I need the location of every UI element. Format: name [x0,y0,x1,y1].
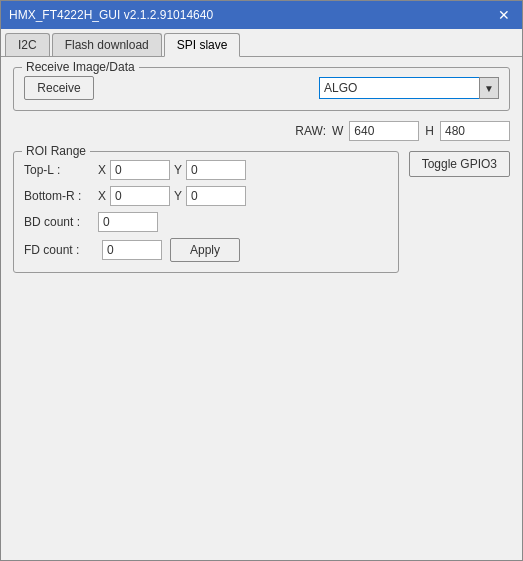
apply-button[interactable]: Apply [170,238,240,262]
receive-button[interactable]: Receive [24,76,94,100]
tab-spi[interactable]: SPI slave [164,33,241,57]
bottom-r-row: Bottom-R : X Y [24,186,388,206]
bottom-r-x-label: X [98,189,106,203]
fd-count-label: FD count : [24,243,94,257]
bottom-r-y-input[interactable] [186,186,246,206]
roi-toggle-row: ROI Range Top-L : X Y Bottom-R : X Y [13,151,510,273]
top-l-y-label: Y [174,163,182,177]
raw-w-label: W [332,124,343,138]
raw-w-input[interactable] [349,121,419,141]
bd-count-input[interactable] [98,212,158,232]
bottom-r-x-input[interactable] [110,186,170,206]
receive-group: Receive Image/Data Receive ALGO ▼ [13,67,510,111]
bottom-r-y-label: Y [174,189,182,203]
fd-count-input[interactable] [102,240,162,260]
bottom-spacer [13,283,510,550]
bottom-r-label: Bottom-R : [24,189,94,203]
receive-row: Receive ALGO ▼ [24,76,499,100]
raw-label: RAW: [295,124,326,138]
content-area: Receive Image/Data Receive ALGO ▼ RAW: W… [1,57,522,560]
raw-row: RAW: W H [13,121,510,141]
roi-group: ROI Range Top-L : X Y Bottom-R : X Y [13,151,399,273]
fd-apply-row: FD count : Apply [24,238,388,262]
top-l-row: Top-L : X Y [24,160,388,180]
toggle-gpio3-area: Toggle GPIO3 [409,151,510,177]
top-l-y-input[interactable] [186,160,246,180]
algo-dropdown[interactable]: ALGO [319,77,499,99]
bd-count-label: BD count : [24,215,94,229]
title-bar: HMX_FT4222H_GUI v2.1.2.91014640 ✕ [1,1,522,29]
algo-dropdown-wrapper: ALGO ▼ [319,77,499,99]
main-window: HMX_FT4222H_GUI v2.1.2.91014640 ✕ I2C Fl… [0,0,523,561]
top-l-x-input[interactable] [110,160,170,180]
tab-flash[interactable]: Flash download [52,33,162,56]
close-button[interactable]: ✕ [494,8,514,22]
receive-group-title: Receive Image/Data [22,60,139,74]
window-title: HMX_FT4222H_GUI v2.1.2.91014640 [9,8,213,22]
top-l-x-label: X [98,163,106,177]
raw-h-input[interactable] [440,121,510,141]
toggle-gpio3-button[interactable]: Toggle GPIO3 [409,151,510,177]
roi-group-title: ROI Range [22,144,90,158]
tab-bar: I2C Flash download SPI slave [1,29,522,57]
bd-count-row: BD count : [24,212,388,232]
raw-h-label: H [425,124,434,138]
top-l-label: Top-L : [24,163,94,177]
tab-i2c[interactable]: I2C [5,33,50,56]
